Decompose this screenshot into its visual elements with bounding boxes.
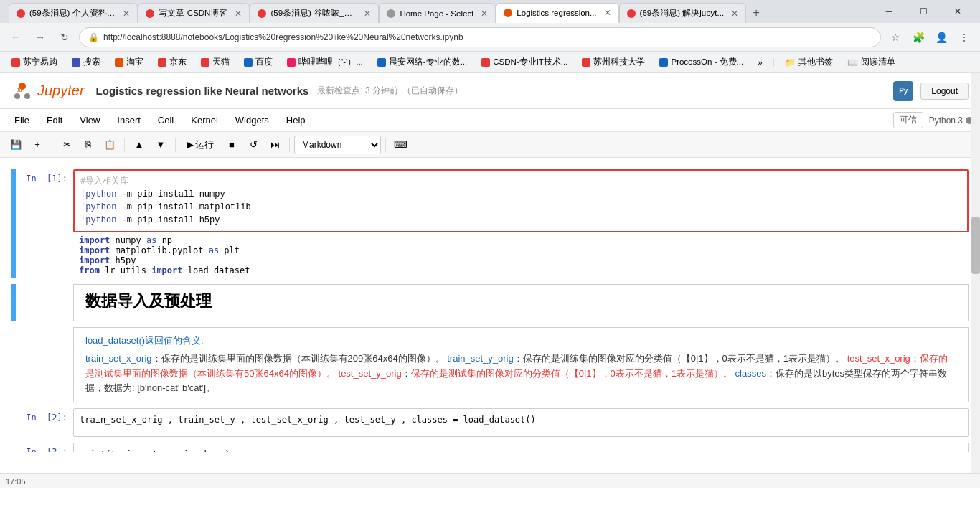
tab-4[interactable]: Home Page - Select ✕ <box>379 3 496 23</box>
code-line-pip2: !python -m pip install matplotlib <box>80 201 961 214</box>
menu-help[interactable]: Help <box>279 112 313 128</box>
text-cell-title: load_dataset()返回值的含义: <box>85 334 956 349</box>
cut-button[interactable]: ✂ <box>57 135 77 155</box>
cell-2-code[interactable]: train_set_x_orig , train_set_y , test_se… <box>73 408 969 437</box>
move-up-button[interactable]: ▲ <box>129 135 149 155</box>
tab-1[interactable]: (59条消息) 个人资料-... ✕ <box>9 3 138 23</box>
restart-run-button[interactable]: ⏭ <box>265 135 285 155</box>
bookmark-baidu-icon <box>244 58 253 67</box>
restart-button[interactable]: ↺ <box>243 135 263 155</box>
toolbar-sep-5 <box>385 138 386 152</box>
address-bar[interactable]: 🔒 http://localhost:8888/notebooks/Logist… <box>79 27 881 47</box>
tab-6[interactable]: (59条消息) 解决jupyt... ✕ <box>619 3 747 23</box>
bookmark-processon[interactable]: ProcessOn - 免费... <box>654 55 749 69</box>
window-controls: ─ ☐ ✕ <box>872 0 974 23</box>
tab3-close[interactable]: ✕ <box>364 9 371 19</box>
cell-1-prompt: In [1]: <box>16 169 73 278</box>
menu-file[interactable]: File <box>7 112 37 128</box>
paste-button[interactable]: 📋 <box>100 135 120 155</box>
kernel-name: Python 3 <box>929 116 963 126</box>
tab4-close[interactable]: ✕ <box>481 9 488 19</box>
text-span-3: test_set_x_orig <box>847 353 910 364</box>
python-logo: Py <box>893 81 913 101</box>
bookmark-search[interactable]: 搜索 <box>66 55 106 69</box>
avatar-button[interactable]: 👤 <box>931 27 951 47</box>
bookmark-jd-label: 京东 <box>169 57 187 67</box>
bookmark-morning[interactable]: 晨安网络-专业的数... <box>372 55 473 69</box>
bookmark-baidu[interactable]: 百度 <box>238 55 278 69</box>
text-span-1: train_set_x_orig <box>85 353 152 364</box>
bookmark-search-icon <box>72 58 80 67</box>
tab1-label: (59条消息) 个人资料-... <box>29 8 116 19</box>
bookmark-suning-icon <box>11 58 20 67</box>
bookmark-bilibili[interactable]: 哔哩哔哩（'-'）... <box>281 55 369 69</box>
cell-3-code[interactable]: print(train_set_x_orig.shape) print(trai… <box>73 443 969 452</box>
menu-kernel[interactable]: Kernel <box>184 112 225 128</box>
tab6-close[interactable]: ✕ <box>731 9 738 19</box>
autosave-info: 最新检查点: 3 分钟前 <box>317 85 398 97</box>
cell-1-wrapper: In [1]: #导入相关库 !python -m pip install nu… <box>11 169 969 278</box>
bookmark-tmall[interactable]: 天猫 <box>195 55 235 69</box>
cell-1-code[interactable]: #导入相关库 !python -m pip install numpy !pyt… <box>73 169 969 232</box>
address-text: http://localhost:8888/notebooks/Logistic… <box>103 32 463 42</box>
cell-3-wrapper: In [3]: print(train_set_x_orig.shape) pr… <box>11 443 969 452</box>
copy-button[interactable]: ⎘ <box>78 135 98 155</box>
menu-insert[interactable]: Insert <box>110 112 148 128</box>
bookmark-separator: | <box>773 57 775 67</box>
extension-button[interactable]: 🧩 <box>908 27 928 47</box>
bookmark-csdn[interactable]: CSDN-专业IT技术... <box>476 55 573 69</box>
keyboard-button[interactable]: ⌨ <box>390 135 410 155</box>
bookmark-other[interactable]: 📁 其他书签 <box>779 55 839 69</box>
menu-edit[interactable]: Edit <box>39 112 70 128</box>
bookmark-star-button[interactable]: ☆ <box>885 27 905 47</box>
cell-3-prompt: In [3]: <box>16 443 73 452</box>
markdown-prompt <box>16 284 73 321</box>
scrollbar[interactable] <box>971 73 980 473</box>
cell-2-wrapper: In [2]: train_set_x_orig , train_set_y ,… <box>11 408 969 437</box>
bookmark-baidu-label: 百度 <box>255 57 273 67</box>
bookmark-reading-label: 阅读清单 <box>861 57 895 67</box>
logout-button[interactable]: Logout <box>920 82 969 100</box>
minimize-button[interactable]: ─ <box>872 0 905 23</box>
bookmark-suning[interactable]: 苏宁易购 <box>6 55 63 69</box>
new-tab-button[interactable]: + <box>746 3 766 23</box>
save-button[interactable]: 💾 <box>6 135 26 155</box>
bookmark-taobao[interactable]: 淘宝 <box>109 55 149 69</box>
cell-2-prompt: In [2]: <box>16 408 73 437</box>
cell-type-select[interactable]: Markdown Code Raw NBConvert <box>294 136 381 154</box>
tab2-close[interactable]: ✕ <box>235 9 242 19</box>
bookmark-jd[interactable]: 京东 <box>152 55 192 69</box>
more-options-button[interactable]: ⋮ <box>954 27 974 47</box>
text-span-4: test_set_y_orig <box>339 368 402 379</box>
autosave-info2: （已自动保存） <box>402 85 463 97</box>
cell-3-line-1: print(train_set_x_orig.shape) <box>80 448 962 452</box>
maximize-button[interactable]: ☐ <box>907 0 940 23</box>
menu-widgets[interactable]: Widgets <box>228 112 276 128</box>
tab-5[interactable]: Logistics regression... ✕ <box>496 3 618 23</box>
menu-view[interactable]: View <box>72 112 107 128</box>
nav-icons: ☆ 🧩 👤 ⋮ <box>885 27 974 47</box>
bookmark-other-icon: 📁 <box>785 57 796 67</box>
run-button[interactable]: ▶ 运行 <box>180 135 220 155</box>
bookmark-suzhou[interactable]: 苏州科技大学 <box>576 55 651 69</box>
back-button[interactable]: ← <box>6 27 26 47</box>
tab1-close[interactable]: ✕ <box>123 9 130 19</box>
forward-button[interactable]: → <box>30 27 50 47</box>
move-down-button[interactable]: ▼ <box>151 135 171 155</box>
tab-2[interactable]: 写文章-CSDN博客 ✕ <box>138 3 250 23</box>
tab-3[interactable]: (59条消息) 谷哝哝_CS... ✕ <box>250 3 379 23</box>
menu-right: 可信 Python 3 <box>893 112 973 128</box>
menu-cell[interactable]: Cell <box>151 112 181 128</box>
interrupt-button[interactable]: ■ <box>222 135 242 155</box>
close-button[interactable]: ✕ <box>941 0 974 23</box>
reload-button[interactable]: ↻ <box>55 27 75 47</box>
svg-text:Ju: Ju <box>17 88 22 93</box>
bookmark-reading[interactable]: 📖 阅读清单 <box>842 55 901 69</box>
title-bar: (59条消息) 个人资料-... ✕ 写文章-CSDN博客 ✕ (59条消息) … <box>0 0 980 23</box>
bookmark-taobao-label: 淘宝 <box>126 57 143 67</box>
bookmark-more[interactable]: » <box>752 57 768 68</box>
tab5-close[interactable]: ✕ <box>604 8 611 18</box>
scrollbar-thumb[interactable] <box>971 217 980 274</box>
bookmark-suzhou-label: 苏州科技大学 <box>593 57 645 67</box>
add-cell-button[interactable]: + <box>27 135 47 155</box>
